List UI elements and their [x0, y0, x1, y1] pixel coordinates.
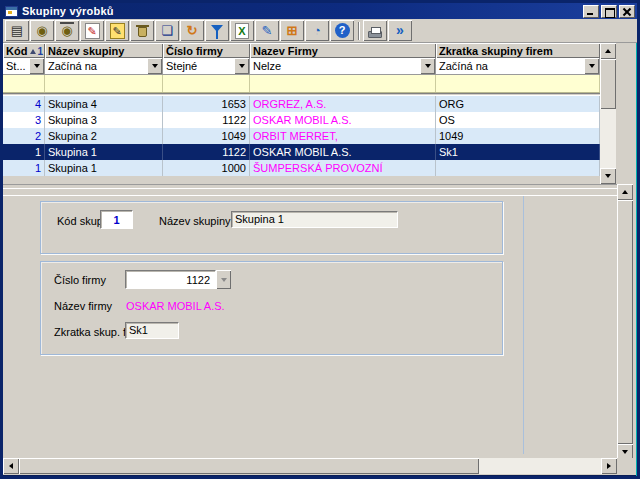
cell-zkratka[interactable]: OS	[436, 112, 600, 128]
help-button[interactable]: ?	[330, 20, 354, 41]
cell-cislo-firmy[interactable]: 1122	[163, 144, 250, 160]
splitter[interactable]	[3, 184, 617, 196]
new-entry-cell[interactable]	[436, 75, 600, 92]
cell-nazev-skupiny[interactable]: Skupina 4	[45, 96, 163, 112]
scroll-down-button[interactable]	[600, 168, 616, 184]
cell-zkratka[interactable]: Sk1	[436, 144, 600, 160]
cell-zkratka[interactable]: ORG	[436, 96, 600, 112]
scroll-up-button[interactable]	[617, 184, 633, 200]
cell-kod[interactable]: 1	[3, 144, 45, 160]
cell-kod[interactable]: 3	[3, 112, 45, 128]
cell-zkratka[interactable]	[436, 160, 600, 176]
table-row[interactable]: 1 Skupina 1 1000 ŠUMPERSKÁ PROVOZNÍ	[3, 160, 600, 176]
filter-combo-nazev-skupiny[interactable]: Začíná na	[45, 58, 163, 75]
scrollbar-thumb[interactable]	[19, 458, 479, 474]
cell-cislo-firmy[interactable]: 1049	[163, 128, 250, 144]
toolbar: ▤ ◉ ◉ ✎ ✎ ❏ ↻ X ✎ ⊞ ◔ ? »	[3, 19, 637, 43]
cell-nazev-firmy[interactable]: ORGREZ, A.S.	[250, 96, 436, 112]
table-row-selected[interactable]: 1 Skupina 1 1122 OSKAR MOBIL A.S. Sk1	[3, 144, 600, 160]
combo-dropdown-button[interactable]	[147, 58, 162, 74]
new-entry-cell[interactable]	[250, 75, 436, 92]
delete-record-button[interactable]	[130, 20, 154, 41]
combo-dropdown-button[interactable]	[420, 58, 435, 74]
table-row[interactable]: 2 Skupina 2 1049 ORBIT MERRET, 1049	[3, 128, 600, 144]
detail-vertical-scrollbar[interactable]	[617, 184, 633, 460]
view-button[interactable]: ◉	[30, 20, 54, 41]
filter-button[interactable]	[205, 20, 229, 41]
minimize-button[interactable]	[583, 5, 599, 18]
cell-cislo-firmy[interactable]: 1000	[163, 160, 250, 176]
cell-nazev-skupiny[interactable]: Skupina 1	[45, 144, 163, 160]
history-button[interactable]: ◔	[305, 20, 329, 41]
view-bar-button[interactable]: ◉	[55, 20, 79, 41]
table-row[interactable]: 3 Skupina 3 1122 OSKAR MOBIL A.S. OS	[3, 112, 600, 128]
clock-icon: ◔	[313, 21, 321, 40]
scroll-up-button[interactable]	[600, 43, 616, 59]
table-row[interactable]: 4 Skupina 4 1653 ORGREZ, A.S. ORG	[3, 96, 600, 112]
print-button[interactable]	[363, 20, 387, 41]
more-actions-button[interactable]: »	[388, 20, 412, 41]
scroll-left-button[interactable]	[3, 458, 19, 474]
filter-value: Nelze	[250, 58, 420, 74]
new-entry-cell[interactable]	[163, 75, 250, 92]
column-header-cislo-firmy[interactable]: Číslo firmy	[163, 43, 250, 58]
cell-nazev-firmy[interactable]: ORBIT MERRET,	[250, 128, 436, 144]
filter-combo-kod[interactable]: St...	[3, 58, 45, 75]
cell-kod[interactable]: 4	[3, 96, 45, 112]
column-header-nazev-skupiny[interactable]: Název skupiny	[45, 43, 163, 58]
chevron-down-icon	[152, 64, 158, 68]
kod-skupiny-field[interactable]: 1	[100, 210, 133, 229]
cell-kod[interactable]: 1	[3, 160, 45, 176]
grid-vertical-scrollbar[interactable]	[600, 43, 616, 184]
column-header-nazev-firmy[interactable]: Nazev Firmy	[250, 43, 436, 58]
export-excel-button[interactable]: X	[230, 20, 254, 41]
cell-nazev-firmy[interactable]: OSKAR MOBIL A.S.	[250, 144, 436, 160]
close-button[interactable]	[619, 5, 635, 18]
filter-combo-nazev-firmy[interactable]: Nelze	[250, 58, 436, 75]
nazev-skupiny-field[interactable]: Skupina 1	[231, 211, 398, 228]
detail-divider	[523, 196, 524, 454]
header-label: Nazev Firmy	[253, 45, 318, 57]
cell-nazev-firmy[interactable]: ŠUMPERSKÁ PROVOZNÍ	[250, 160, 436, 176]
new-entry-cell[interactable]	[45, 75, 163, 92]
cell-nazev-skupiny[interactable]: Skupina 1	[45, 160, 163, 176]
cell-nazev-firmy[interactable]: OSKAR MOBIL A.S.	[250, 112, 436, 128]
zkratka-value: Sk1	[126, 323, 178, 337]
scrollbar-thumb[interactable]	[617, 200, 633, 444]
refresh-button[interactable]: ↻	[180, 20, 204, 41]
maximize-button[interactable]	[601, 5, 617, 18]
copy-record-button[interactable]: ❏	[155, 20, 179, 41]
notes-button[interactable]: ✎	[255, 20, 279, 41]
nazev-skupiny-value: Skupina 1	[232, 212, 397, 226]
column-header-kod[interactable]: Kód 1	[3, 43, 45, 58]
cell-cislo-firmy[interactable]: 1122	[163, 112, 250, 128]
cislo-firmy-value: 1122	[126, 271, 215, 288]
edit-record-button[interactable]: ✎	[105, 20, 129, 41]
cell-nazev-skupiny[interactable]: Skupina 3	[45, 112, 163, 128]
combo-dropdown-button[interactable]	[584, 58, 599, 74]
nazev-firmy-value: OSKAR MOBIL A.S.	[126, 300, 225, 312]
title-bar: Skupiny výrobků	[3, 3, 637, 19]
combo-dropdown-button[interactable]	[234, 58, 249, 74]
scrollbar-thumb[interactable]	[600, 59, 616, 109]
cell-cislo-firmy[interactable]: 1653	[163, 96, 250, 112]
column-header-zkratka[interactable]: Zkratka skupiny firem	[436, 43, 600, 58]
cell-kod[interactable]: 2	[3, 128, 45, 144]
zkratka-field[interactable]: Sk1	[125, 322, 179, 339]
nazev-skupiny-label: Název skupiny	[159, 215, 231, 227]
filter-combo-zkratka[interactable]: Začíná na	[436, 58, 600, 75]
filter-combo-cislo-firmy[interactable]: Stejné	[163, 58, 250, 75]
combo-dropdown-button[interactable]	[29, 58, 44, 74]
rows-list-button[interactable]: ▤	[5, 20, 29, 41]
scroll-right-button[interactable]	[601, 458, 617, 474]
cislo-firmy-browse-button[interactable]	[216, 270, 231, 289]
cislo-firmy-field[interactable]: 1122	[125, 270, 216, 289]
horizontal-scrollbar[interactable]	[3, 458, 617, 474]
cell-zkratka[interactable]: 1049	[436, 128, 600, 144]
cell-nazev-skupiny[interactable]: Skupina 2	[45, 128, 163, 144]
linked-window-button[interactable]: ⊞	[280, 20, 304, 41]
grid-new-entry-row[interactable]	[3, 75, 600, 93]
new-record-button[interactable]: ✎	[80, 20, 104, 41]
window-icon	[5, 6, 18, 17]
new-entry-cell[interactable]	[3, 75, 45, 92]
